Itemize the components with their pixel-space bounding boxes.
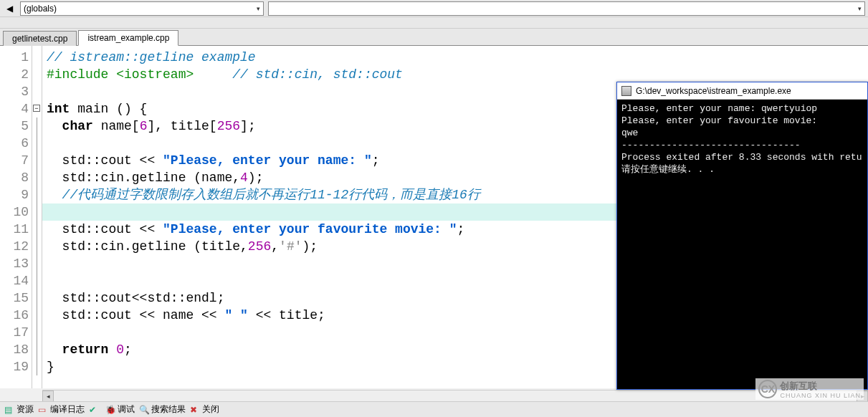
search-icon: 🔍 xyxy=(139,405,149,415)
line-number: 8 xyxy=(0,169,32,186)
debug-icon: 🐞 xyxy=(105,405,115,415)
top-toolbar: ◀ (globals) ▾ ▾ xyxy=(0,0,868,17)
status-item-search[interactable]: 🔍搜索结果 xyxy=(139,403,186,416)
back-step-icon[interactable]: ◀ xyxy=(3,2,16,15)
scope-dropdown[interactable]: (globals) ▾ xyxy=(20,1,264,16)
line-number: 12 xyxy=(0,238,32,255)
status-bar: ▤资源▭编译日志✔🐞调试🔍搜索结果✖关闭 xyxy=(0,401,868,417)
line-number: 11 xyxy=(0,221,32,238)
status-item-check[interactable]: ✔ xyxy=(89,405,101,415)
status-item-log[interactable]: ▭编译日志 xyxy=(38,403,85,416)
check-icon: ✔ xyxy=(89,405,99,415)
scope-dropdown-value: (globals) xyxy=(24,4,57,14)
line-number: 19 xyxy=(0,358,32,375)
line-number: 16 xyxy=(0,307,32,324)
line-number: 7 xyxy=(0,152,32,169)
status-item-debug[interactable]: 🐞调试 xyxy=(105,403,135,416)
file-tab-bar: getlinetest.cpp istream_example.cpp xyxy=(0,29,868,46)
console-titlebar[interactable]: G:\dev_workspace\istream_example.exe xyxy=(617,82,867,100)
line-number: 18 xyxy=(0,341,32,358)
app-icon xyxy=(621,86,631,96)
status-label: 关闭 xyxy=(202,403,219,416)
console-title: G:\dev_workspace\istream_example.exe xyxy=(636,86,791,96)
status-label: 资源 xyxy=(16,403,34,416)
watermark-brand: 创新互联 xyxy=(780,380,817,391)
tab-label: istream_example.cpp xyxy=(87,33,169,43)
tab-getlinetest[interactable]: getlinetest.cpp xyxy=(3,31,77,46)
tab-istream-example[interactable]: istream_example.cpp xyxy=(78,30,178,46)
status-label: 编译日志 xyxy=(50,403,85,416)
line-number: 15 xyxy=(0,289,32,307)
status-label: 搜索结果 xyxy=(151,403,186,416)
secondary-toolbar xyxy=(0,17,868,29)
console-output: Please, enter your name: qwertyuiop Plea… xyxy=(617,100,867,178)
line-number: 3 xyxy=(0,83,32,100)
scroll-left-button[interactable]: ◂ xyxy=(42,390,54,402)
line-number: 6 xyxy=(0,135,32,152)
list-icon: ▤ xyxy=(4,405,14,415)
status-label: 调试 xyxy=(118,403,135,416)
code-line[interactable]: // istream::getline example xyxy=(47,49,864,66)
chevron-down-icon: ▾ xyxy=(858,5,862,12)
log-icon: ▭ xyxy=(38,405,48,415)
status-item-close[interactable]: ✖关闭 xyxy=(190,403,219,416)
close-icon: ✖ xyxy=(190,405,200,415)
tab-label: getlinetest.cpp xyxy=(12,34,67,44)
line-number: 14 xyxy=(0,272,32,289)
line-number: 13 xyxy=(0,255,32,272)
watermark-logo-icon: CX xyxy=(758,380,777,398)
fold-toggle[interactable]: − xyxy=(33,105,40,112)
status-item-list[interactable]: ▤资源 xyxy=(4,403,34,416)
editor-horizontal-scrollbar[interactable]: ◂ ▸ xyxy=(42,390,868,401)
code-line[interactable]: #include <iostream> // std::cin, std::co… xyxy=(47,66,864,83)
symbol-dropdown[interactable]: ▾ xyxy=(268,1,865,16)
line-number: 9 xyxy=(0,186,32,203)
console-window[interactable]: G:\dev_workspace\istream_example.exe Ple… xyxy=(616,82,868,390)
line-number: 17 xyxy=(0,324,32,341)
watermark: CX 创新互联 CHUANG XIN HU LIAN xyxy=(755,378,864,400)
chevron-down-icon: ▾ xyxy=(257,5,260,12)
line-number: 10 xyxy=(0,203,32,221)
line-number: 2 xyxy=(0,66,32,83)
line-number: 5 xyxy=(0,118,32,135)
line-number: 4 xyxy=(0,100,32,118)
watermark-sub: CHUANG XIN HU LIAN xyxy=(780,393,861,398)
fold-gutter: − xyxy=(32,46,42,388)
line-number-gutter: 12345678910111213141516171819 xyxy=(0,46,32,388)
line-number: 1 xyxy=(0,49,32,66)
